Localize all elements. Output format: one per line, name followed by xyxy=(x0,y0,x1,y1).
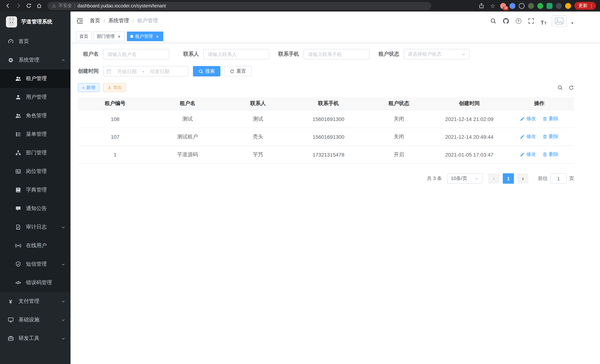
sidebar-item-payment[interactable]: ¥ 支付管理 xyxy=(0,292,71,311)
sidebar-collapse-button[interactable] xyxy=(76,17,84,25)
toggle-search-button[interactable] xyxy=(557,85,563,90)
sidebar-item-tenant[interactable]: 租户管理 xyxy=(0,69,71,88)
monitor-icon xyxy=(7,317,14,323)
header-search-button[interactable] xyxy=(489,16,497,25)
extension-icon[interactable]: 10 xyxy=(500,3,506,9)
arrow-right-icon xyxy=(15,3,21,9)
refresh-table-button[interactable] xyxy=(568,85,574,90)
tab-label: 部门管理 xyxy=(97,33,115,39)
next-page-button[interactable]: › xyxy=(517,173,528,184)
reload-button[interactable] xyxy=(24,1,33,10)
add-button[interactable]: + 新增 xyxy=(78,83,99,92)
search-button[interactable]: 搜索 xyxy=(193,66,220,76)
code-icon: </> xyxy=(15,280,21,286)
cell-create-time: 2021-12-14 21:02:09 xyxy=(434,110,505,128)
back-button[interactable] xyxy=(3,1,13,10)
extension-icon[interactable] xyxy=(509,3,516,9)
breadcrumb-item[interactable]: 首页 xyxy=(90,18,100,24)
filter-row-1: 租户名 联系人 联系手机 租户状态 请选择租户状态 xyxy=(78,49,574,59)
chevron-down-icon xyxy=(475,177,479,180)
breadcrumb-item[interactable]: 系统管理 xyxy=(108,18,129,24)
extension-icon[interactable] xyxy=(537,3,543,9)
chevron-up-icon xyxy=(61,58,65,62)
github-button[interactable] xyxy=(501,16,510,25)
column-header: 租户编号 xyxy=(78,97,152,110)
sidebar-item-menu[interactable]: 菜单管理 xyxy=(0,125,71,144)
tab-home[interactable]: 首页 xyxy=(76,32,92,41)
phone-input[interactable] xyxy=(303,49,370,59)
sidebar-item-devtools[interactable]: 研发工具 xyxy=(0,329,71,348)
goto-page-input[interactable] xyxy=(550,173,567,184)
cell-tenant-id: 1 xyxy=(78,146,152,163)
sidebar-item-home[interactable]: 首页 xyxy=(0,32,71,51)
extension-icon[interactable] xyxy=(547,3,553,9)
help-button[interactable]: ? xyxy=(514,16,523,25)
tab-close-icon[interactable]: × xyxy=(116,34,122,39)
tenant-name-input[interactable] xyxy=(103,49,169,59)
extension-icon[interactable] xyxy=(556,3,562,9)
date-range-picker[interactable]: - xyxy=(103,66,188,76)
extension-icon[interactable] xyxy=(528,3,534,9)
sidebar-item-label: 支付管理 xyxy=(19,298,39,305)
sidebar-item-sms[interactable]: 短信管理 xyxy=(0,255,71,273)
security-label[interactable]: 不安全 xyxy=(59,3,72,9)
column-header: 租户名 xyxy=(152,97,223,110)
page-size-select[interactable]: 10条/页 xyxy=(447,173,482,184)
date-end-input[interactable] xyxy=(146,68,174,75)
sidebar-item-audit-log[interactable]: 审计日志 xyxy=(0,218,71,236)
delete-row-button[interactable]: 删除 xyxy=(543,116,559,122)
sidebar-item-notice[interactable]: 通知公告 xyxy=(0,199,71,218)
sidebar-item-role[interactable]: 角色管理 xyxy=(0,106,71,125)
browser-menu-icon[interactable]: ⋮ xyxy=(589,3,594,8)
update-label: 更新 xyxy=(579,3,587,9)
tab-dept[interactable]: 部门管理 × xyxy=(94,32,125,41)
reset-button[interactable]: 重置 xyxy=(224,66,252,76)
sidebar-item-post[interactable]: 岗位管理 xyxy=(0,162,71,181)
url-bar[interactable]: ⚠ 不安全 dashboard.yudao.iocoder.cn/system/… xyxy=(47,2,431,10)
delete-row-button[interactable]: 删除 xyxy=(543,133,559,140)
tab-tenant-active[interactable]: 租户管理 × xyxy=(127,32,163,41)
tab-close-icon[interactable]: × xyxy=(155,34,160,39)
search-icon xyxy=(198,69,203,74)
breadcrumb: 首页 / 系统管理 / 租户管理 xyxy=(90,18,158,24)
roles-icon xyxy=(15,113,21,119)
fullscreen-button[interactable] xyxy=(526,16,535,25)
url-text[interactable]: dashboard.yudao.iocoder.cn/system/tenant xyxy=(77,3,166,8)
edit-row-button[interactable]: 修改 xyxy=(520,133,536,140)
tenant-name-label: 租户名 xyxy=(78,51,103,57)
sidebar-item-label: 角色管理 xyxy=(26,112,47,119)
star-icon: ☆ xyxy=(490,2,495,9)
message-icon xyxy=(15,205,21,212)
user-menu-caret-icon[interactable] xyxy=(571,21,574,25)
status-select[interactable]: 请选择租户状态 xyxy=(404,49,470,59)
user-avatar[interactable] xyxy=(552,15,567,26)
app-logo[interactable]: 芋道管理系统 xyxy=(0,11,71,32)
sidebar-item-system[interactable]: 系统管理 xyxy=(0,51,71,69)
cell-phone: 15601691300 xyxy=(293,128,364,146)
sidebar-item-dept[interactable]: 部门管理 xyxy=(0,144,71,162)
share-button[interactable] xyxy=(477,2,485,10)
sidebar-item-dict[interactable]: 字典管理 xyxy=(0,181,71,199)
book-icon xyxy=(15,187,21,193)
edit-row-button[interactable]: 修改 xyxy=(520,151,536,158)
logo-avatar xyxy=(6,16,17,28)
sidebar-item-user[interactable]: 用户管理 xyxy=(0,88,71,106)
sidebar-item-error-code[interactable]: </> 错误码管理 xyxy=(0,273,71,292)
edit-row-button[interactable]: 修改 xyxy=(520,116,536,122)
contact-input[interactable] xyxy=(203,49,269,59)
home-button[interactable] xyxy=(34,1,44,10)
date-start-input[interactable] xyxy=(113,68,141,75)
export-button[interactable]: 导出 xyxy=(103,83,126,92)
forward-button[interactable] xyxy=(13,1,23,10)
current-page-button[interactable]: 1 xyxy=(503,173,514,184)
browser-update-button[interactable]: 更新 ⋮ xyxy=(574,2,596,10)
prev-page-button[interactable]: ‹ xyxy=(488,173,499,184)
delete-row-button[interactable]: 删除 xyxy=(543,151,559,158)
sidebar-item-infrastructure[interactable]: 基础设施 xyxy=(0,311,71,329)
sidebar-item-label: 系统管理 xyxy=(19,57,39,64)
extension-icon[interactable] xyxy=(519,3,525,9)
sidebar-item-online-users[interactable]: 在线用户 xyxy=(0,236,71,255)
font-size-button[interactable]: TT xyxy=(539,16,548,25)
bookmark-button[interactable]: ☆ xyxy=(489,2,497,10)
extension-icon[interactable] xyxy=(565,3,571,9)
